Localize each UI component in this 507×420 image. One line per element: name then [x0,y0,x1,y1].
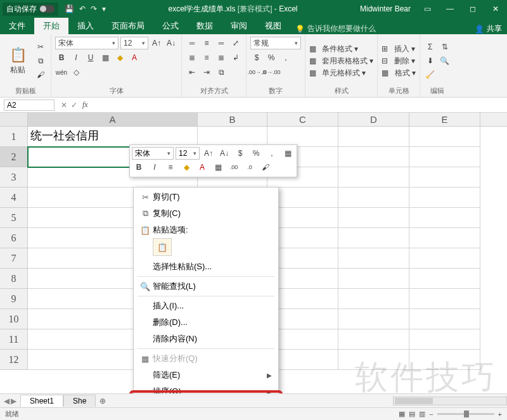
mini-borders-icon[interactable]: ▦ [211,161,225,174]
cell[interactable] [409,350,480,370]
format-painter-icon[interactable]: 🖌 [34,68,47,81]
clear-format-icon[interactable]: ◇ [70,66,82,79]
cell[interactable] [338,228,409,248]
maximize-icon[interactable]: ◻ [461,0,484,18]
tell-me[interactable]: 💡 告诉我你想要做什么 [295,23,376,34]
zoom-slider[interactable] [437,413,494,415]
fill-color-icon[interactable]: ◆ [113,51,126,64]
cell[interactable] [338,248,409,269]
row-header[interactable]: 3 [0,167,28,188]
undo-icon[interactable]: ↶ [79,4,86,13]
decrease-decimal-icon[interactable]: .0→.00 [265,66,278,79]
ctx-filter[interactable]: 筛选(E)▶ [134,367,278,383]
row-header[interactable]: 7 [0,248,28,269]
confirm-edit-icon[interactable]: ✓ [71,101,77,110]
ctx-smart-lookup[interactable]: 🔍智能查找(L) [134,278,278,295]
tab-home[interactable]: 开始 [34,18,68,34]
cell[interactable] [338,329,409,350]
cell[interactable] [338,269,409,289]
row-header[interactable]: 12 [0,350,28,370]
font-name-combo[interactable]: 宋体▾ [55,37,119,49]
sheet-tab-1[interactable]: Sheet1 [20,395,63,407]
cell[interactable] [338,188,409,208]
find-icon[interactable]: 🔍 [439,54,451,67]
qat-dropdown-icon[interactable]: ▾ [102,4,106,13]
underline-icon[interactable]: U [84,51,97,64]
row-header[interactable]: 4 [0,188,28,208]
cell[interactable] [338,208,409,228]
ctx-cut[interactable]: ✂剪切(T) [134,189,278,205]
row-header[interactable]: 9 [0,289,28,309]
mini-border-icon[interactable]: ▦ [281,147,295,160]
align-top-icon[interactable]: ═ [186,37,198,49]
cell[interactable] [338,147,409,167]
increase-indent-icon[interactable]: ⇥ [200,66,213,79]
sheet-nav-next-icon[interactable]: ▶ [11,397,16,405]
autosum-icon[interactable]: Σ [424,41,437,53]
paste-option-default[interactable]: 📋 [153,238,172,256]
sheet-nav-prev-icon[interactable]: ◀ [4,397,10,405]
ctx-insert[interactable]: 插入(I)... [134,298,278,314]
cell[interactable] [338,309,409,329]
col-header-b[interactable]: B [198,113,267,126]
minimize-icon[interactable]: — [439,0,461,18]
decrease-indent-icon[interactable]: ⇤ [186,66,198,79]
user-name[interactable]: Midwinter Bear [360,4,411,13]
table-format-button[interactable]: ▦ 套用表格格式 ▾ [309,56,373,67]
clear-icon[interactable]: 🧹 [424,68,437,81]
format-cells-button[interactable]: ▦ 格式 ▾ [382,68,415,79]
font-size-combo[interactable]: 12▾ [120,37,148,49]
font-color-icon[interactable]: A [128,51,141,64]
merge-icon[interactable]: ⧉ [215,66,228,79]
ctx-clear[interactable]: 清除内容(N) [134,331,278,347]
ribbon-display-icon[interactable]: ▭ [416,0,439,18]
sheet-tab-2[interactable]: She [63,395,96,407]
row-header[interactable]: 6 [0,228,28,248]
cell[interactable] [338,167,409,188]
delete-cells-button[interactable]: ⊟ 删除 ▾ [382,56,415,67]
mini-inc-decimal-icon[interactable]: .00 [227,161,241,174]
cell[interactable] [409,147,480,167]
tab-file[interactable]: 文件 [0,18,34,34]
cell[interactable] [409,309,480,329]
mini-currency-icon[interactable]: $ [233,147,247,160]
mini-align-icon[interactable]: ≡ [164,161,177,174]
mini-percent-icon[interactable]: % [249,147,263,160]
mini-italic-icon[interactable]: I [148,161,162,174]
mini-increase-font-icon[interactable]: A↑ [202,147,215,160]
col-header-c[interactable]: C [267,113,338,126]
paste-button[interactable]: 📋 粘贴 [4,37,32,85]
mini-size-combo[interactable]: 12▾ [176,147,200,160]
ctx-delete[interactable]: 删除(D)... [134,314,278,331]
increase-decimal-icon[interactable]: .00→.0 [250,66,263,79]
redo-icon[interactable]: ↷ [91,4,97,13]
mini-comma-icon[interactable]: , [265,147,279,160]
decrease-font-icon[interactable]: A↓ [165,37,177,49]
tab-view[interactable]: 视图 [256,18,290,34]
ctx-copy[interactable]: ⧉复制(C) [134,205,278,222]
cell[interactable] [409,127,480,147]
share-button[interactable]: 👤 共享 [475,23,502,34]
comma-icon[interactable]: , [279,51,292,64]
copy-icon[interactable]: ⧉ [34,54,47,67]
page-break-icon[interactable]: ▥ [419,410,425,418]
tab-data[interactable]: 数据 [188,18,222,34]
cut-icon[interactable]: ✂ [34,41,47,53]
select-all-corner[interactable] [0,113,28,126]
wrap-text-icon[interactable]: ↲ [229,51,242,64]
name-box[interactable]: A2 [4,99,55,111]
close-icon[interactable]: ✕ [484,0,507,18]
horizontal-scrollbar[interactable] [393,397,507,405]
cell[interactable] [409,208,480,228]
row-header[interactable]: 11 [0,329,28,350]
bold-icon[interactable]: B [55,51,68,64]
align-bottom-icon[interactable]: ═ [215,37,228,49]
cell[interactable] [338,127,409,147]
row-header[interactable]: 10 [0,309,28,329]
mini-bold-icon[interactable]: B [132,161,146,174]
cell[interactable] [409,188,480,208]
conditional-format-button[interactable]: ▦ 条件格式 ▾ [309,44,373,54]
align-right-icon[interactable]: ≣ [215,51,228,64]
col-header-d[interactable]: D [338,113,409,126]
cancel-edit-icon[interactable]: ✕ [61,101,67,110]
